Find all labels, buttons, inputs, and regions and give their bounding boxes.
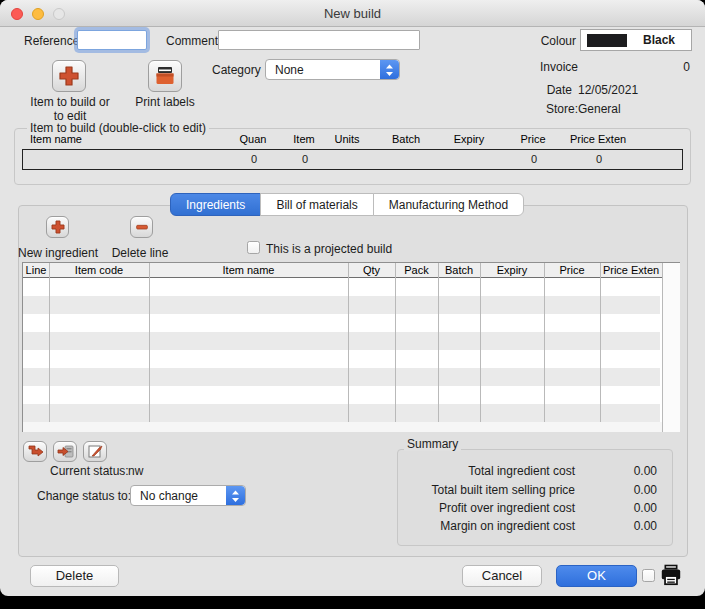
ingredients-table-header: Line Item code Item name Qty Pack Batch … [23,263,679,278]
build-row-price: 0 [509,153,559,165]
window-title: New build [0,6,705,21]
table-row[interactable] [23,314,660,332]
table-row[interactable] [23,278,660,296]
column-divider[interactable] [600,263,601,422]
label-tray-icon [153,65,177,87]
colour-label: Colour [536,34,576,48]
projected-build-checkbox[interactable] [247,241,260,254]
build-col-units[interactable]: Units [322,133,372,145]
date-value: 12/05/2021 [578,83,638,97]
table-scrollbar[interactable] [662,263,680,432]
table-footer-strip [23,422,679,432]
delete-button[interactable]: Delete [30,565,119,587]
summary-row-label: Total ingredient cost [400,464,575,478]
current-status-value: nw [128,464,143,478]
current-status-label: Current status: [50,464,129,478]
build-col-price-exten[interactable]: Price Exten [558,133,638,145]
table-row[interactable] [23,368,660,386]
ing-col-line[interactable]: Line [23,264,49,276]
projected-build-label: This is a projected build [266,242,392,256]
transfer-icon [27,444,44,459]
pencil-edit-icon [87,444,104,459]
reference-input[interactable] [77,30,147,50]
stepper-icon [226,486,245,505]
summary-row-label: Profit over ingredient cost [400,501,575,515]
summary-row-value: 0.00 [585,464,657,478]
store-label: Store: [524,102,578,116]
column-divider[interactable] [149,263,150,422]
column-divider[interactable] [395,263,396,422]
tab-ingredients[interactable]: Ingredients [170,193,261,216]
transfer-button[interactable] [23,441,47,462]
change-status-value: No change [140,489,198,503]
build-row-price-exten: 0 [559,153,639,165]
table-row[interactable] [23,350,660,368]
build-col-expiry[interactable]: Expiry [444,133,494,145]
column-divider[interactable] [438,263,439,422]
column-divider[interactable] [348,263,349,422]
comment-label: Comment [166,34,218,48]
summary-row-label: Total built item selling price [400,483,575,497]
build-row-quan: 0 [229,153,279,165]
change-status-select[interactable]: No change [130,485,246,506]
build-col-price[interactable]: Price [508,133,558,145]
build-row-item: 0 [280,153,330,165]
colour-well[interactable]: Black [580,29,692,51]
build-table-row[interactable]: 0 0 0 0 [22,149,683,170]
summary-legend: Summary [404,437,461,451]
print-checkbox[interactable] [642,569,655,582]
reference-label: Reference [24,34,79,48]
table-row[interactable] [23,332,660,350]
build-col-item-name[interactable]: Item name [30,133,82,145]
new-build-dialog: New build Reference Comment Colour Black… [0,0,705,596]
column-divider[interactable] [49,263,50,422]
print-labels-button[interactable] [148,60,182,92]
printer-icon [658,562,684,588]
table-row[interactable] [23,386,660,404]
build-col-batch[interactable]: Batch [381,133,431,145]
ing-col-qty[interactable]: Qty [348,264,395,276]
table-row[interactable] [23,296,660,314]
new-ingredient-label: New ingredient [14,246,102,260]
ing-col-item-code[interactable]: Item code [49,264,149,276]
change-status-label: Change status to: [37,489,131,503]
ok-button[interactable]: OK [556,565,637,587]
minus-icon [134,219,150,235]
comment-input[interactable] [218,30,420,50]
ing-col-item-name[interactable]: Item name [149,264,348,276]
cancel-button[interactable]: Cancel [462,565,542,587]
summary-row-value: 0.00 [585,501,657,515]
invoice-label: Invoice [524,60,578,74]
tab-manufacturing-method[interactable]: Manufacturing Method [373,193,524,216]
stepper-icon [380,60,399,79]
summary-row-value: 0.00 [585,483,657,497]
delete-line-button[interactable] [130,216,153,238]
item-to-build-button[interactable] [52,60,86,92]
ing-col-price-exten[interactable]: Price Exten [600,264,662,276]
edit-note-button[interactable] [83,441,107,462]
plus-cross-icon [57,64,81,88]
new-ingredient-button[interactable] [46,216,69,238]
ing-col-price[interactable]: Price [544,264,600,276]
table-row[interactable] [23,404,660,422]
category-select[interactable]: None [265,59,400,80]
copy-to-stack-button[interactable] [53,441,77,462]
column-divider[interactable] [544,263,545,422]
column-divider[interactable] [480,263,481,422]
arrow-into-stack-icon [57,444,74,459]
ing-col-pack[interactable]: Pack [395,264,438,276]
ing-col-expiry[interactable]: Expiry [480,264,544,276]
category-label: Category [212,63,261,77]
colour-value: Black [629,33,689,47]
tab-bar: Ingredients Bill of materials Manufactur… [170,193,524,216]
tab-bill-of-materials[interactable]: Bill of materials [260,193,373,216]
print-labels-label: Print labels [118,95,212,109]
print-button[interactable] [658,562,684,588]
ing-col-batch[interactable]: Batch [438,264,480,276]
title-bar[interactable]: New build [0,0,705,27]
date-label: Date [524,83,572,97]
invoice-value: 0 [620,60,690,74]
category-value: None [275,63,304,77]
summary-row-label: Margin on ingredient cost [400,519,575,533]
build-col-quan[interactable]: Quan [228,133,278,145]
